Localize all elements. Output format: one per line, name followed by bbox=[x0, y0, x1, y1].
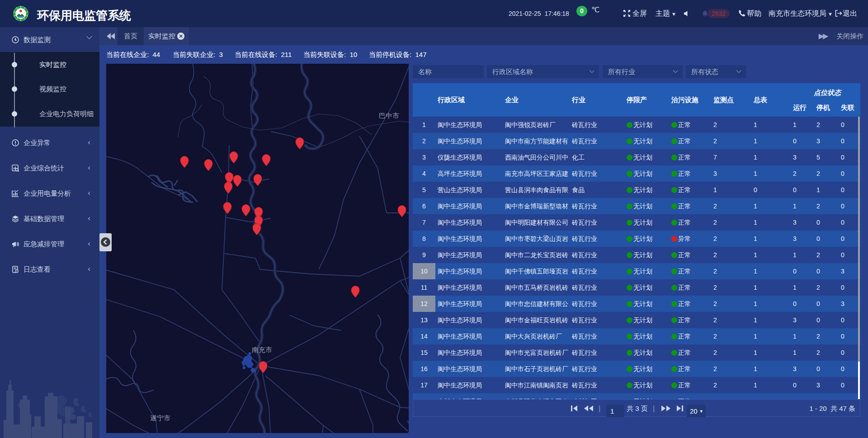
svg-text:南充市: 南充市 bbox=[252, 346, 272, 353]
svg-text:遂宁市: 遂宁市 bbox=[150, 414, 170, 422]
svg-text:巴中市: 巴中市 bbox=[379, 112, 399, 119]
